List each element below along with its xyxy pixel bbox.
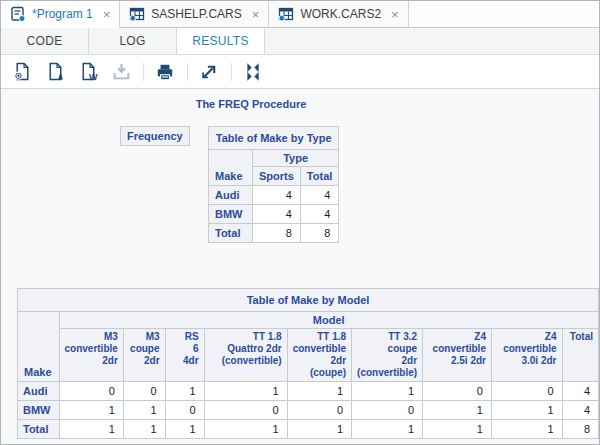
column-header: Sports: [253, 167, 301, 186]
column-header: Z4 convertible 3.0i 2dr: [491, 329, 562, 382]
view-tab-bar: CODE LOG RESULTS: [1, 28, 599, 55]
table-cell: 4: [562, 382, 599, 401]
open-new-window-icon[interactable]: [198, 61, 220, 83]
table-cell: 0: [59, 382, 123, 401]
row-header: Audi: [209, 186, 253, 205]
table-cell: 4: [253, 186, 301, 205]
row-header: Audi: [18, 382, 60, 401]
table-cell: 1: [352, 382, 423, 401]
table-icon: [129, 6, 145, 22]
table-cell: 4: [300, 186, 338, 205]
table-cell: 1: [204, 420, 287, 439]
toolbar-separator: [143, 63, 144, 81]
column-variable-header: Model: [59, 312, 599, 329]
svg-text:W: W: [89, 72, 98, 81]
row-header: Total: [18, 420, 60, 439]
column-header: Total: [300, 167, 338, 186]
column-header: TT 3.2 coupe 2dr (convertible): [352, 329, 423, 382]
table-cell: 4: [253, 205, 301, 224]
table-cell: 1: [165, 382, 204, 401]
table-cell: 0: [287, 401, 351, 420]
row-header: BMW: [18, 401, 60, 420]
row-header: BMW: [209, 205, 253, 224]
column-header: RS 6 4dr: [165, 329, 204, 382]
make-by-type-table: Table of Make by TypeMakeTypeSportsTotal…: [208, 126, 339, 243]
procedure-title: The FREQ Procedure: [1, 98, 501, 110]
table-title: Table of Make by Type: [209, 127, 339, 150]
toolbar-separator: [187, 63, 188, 81]
table-cell: 1: [123, 401, 165, 420]
table-cell: 1: [352, 420, 423, 439]
column-header: TT 1.8 convertible 2dr (coupe): [287, 329, 351, 382]
table-title: Table of Make by Model: [18, 289, 599, 312]
table-cell: 1: [59, 420, 123, 439]
download-icon[interactable]: [110, 61, 132, 83]
tab-code[interactable]: CODE: [1, 28, 89, 54]
table-cell: 8: [253, 224, 301, 243]
program-icon: [10, 6, 26, 22]
column-header: Total: [562, 329, 599, 382]
download-html-icon[interactable]: [11, 61, 33, 83]
tab-label: WORK.CARS2: [300, 7, 381, 21]
table-row: BMW110000114: [18, 401, 599, 420]
print-icon[interactable]: [154, 61, 176, 83]
tab-label: SASHELP.CARS: [151, 7, 242, 21]
table-cell: 1: [204, 382, 287, 401]
table-cell: 1: [423, 401, 492, 420]
table-row: BMW44: [209, 205, 339, 224]
column-header: M3 coupe 2dr: [123, 329, 165, 382]
table-cell: 1: [491, 420, 562, 439]
table-cell: 1: [165, 420, 204, 439]
collapse-icon[interactable]: [242, 61, 264, 83]
table-cell: 0: [204, 401, 287, 420]
results-panel: The FREQ Procedure Frequency Table of Ma…: [1, 89, 599, 444]
tab-results[interactable]: RESULTS: [177, 28, 265, 54]
close-icon[interactable]: ×: [103, 8, 111, 21]
tab-label: *Program 1: [32, 7, 93, 21]
table-cell: 0: [491, 382, 562, 401]
table-cell: 4: [562, 401, 599, 420]
tab-sashelp-cars[interactable]: SASHELP.CARS ×: [120, 1, 269, 27]
frequency-label: Frequency: [121, 127, 190, 146]
table-cell: 0: [165, 401, 204, 420]
sas-studio-window: *Program 1 × SASHELP.CARS ×: [0, 0, 600, 445]
toolbar-separator: [231, 63, 232, 81]
table-cell: 1: [423, 420, 492, 439]
table-cell: 1: [123, 420, 165, 439]
close-icon[interactable]: ×: [391, 8, 399, 21]
table-cell: 4: [300, 205, 338, 224]
table-cell: 1: [491, 401, 562, 420]
row-header: Total: [209, 224, 253, 243]
table-row: Total88: [209, 224, 339, 243]
table-row: Total111111118: [18, 420, 599, 439]
row-variable-header: Make: [209, 150, 253, 186]
table-cell: 8: [300, 224, 338, 243]
make-by-model-table: Table of Make by ModelMakeModelM3 conver…: [17, 288, 599, 439]
table-row: Audi001111004: [18, 382, 599, 401]
table-cell: 0: [352, 401, 423, 420]
table-cell: 0: [123, 382, 165, 401]
close-icon[interactable]: ×: [252, 8, 260, 21]
table-row: Audi44: [209, 186, 339, 205]
tab-bar-spacer: [409, 1, 599, 27]
column-header: Z4 convertible 2.5i 2dr: [423, 329, 492, 382]
row-variable-header: Make: [18, 312, 60, 382]
table-cell: 1: [287, 420, 351, 439]
table-cell: 1: [287, 382, 351, 401]
download-pdf-icon[interactable]: [44, 61, 66, 83]
download-rtf-icon[interactable]: W: [77, 61, 99, 83]
column-header: TT 1.8 Quattro 2dr (convertible): [204, 329, 287, 382]
table-cell: 0: [423, 382, 492, 401]
table-cell: 1: [59, 401, 123, 420]
frequency-legend: Frequency: [120, 126, 190, 146]
document-tab-bar: *Program 1 × SASHELP.CARS ×: [1, 1, 599, 28]
tab-work-cars2[interactable]: WORK.CARS2 ×: [269, 1, 408, 27]
column-variable-header: Type: [253, 150, 339, 167]
table-cell: 8: [562, 420, 599, 439]
tab-program-1[interactable]: *Program 1 ×: [1, 1, 120, 28]
table-icon: [278, 6, 294, 22]
tab-log[interactable]: LOG: [89, 28, 177, 54]
results-toolbar: W: [1, 55, 599, 89]
column-header: M3 convertible 2dr: [59, 329, 123, 382]
